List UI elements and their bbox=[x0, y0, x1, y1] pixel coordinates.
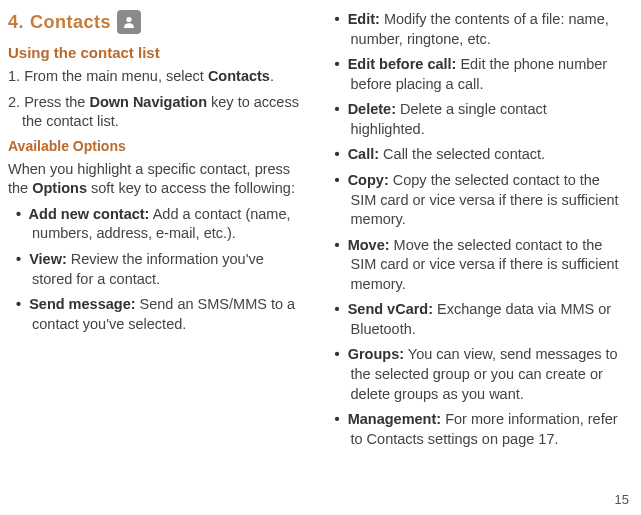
bullet-call: • Call: Call the selected contact. bbox=[327, 145, 624, 165]
bullet-edit: • Edit: Modify the contents of a file: n… bbox=[327, 10, 624, 49]
step-text-pre: From the main menu, select bbox=[24, 68, 208, 84]
intro-paragraph: When you highlight a specific contact, p… bbox=[8, 160, 305, 199]
page-number: 15 bbox=[615, 492, 629, 507]
bullet-label: Delete: bbox=[348, 101, 396, 117]
bullet-label: Copy: bbox=[348, 172, 389, 188]
bullet-edit-before-call: • Edit before call: Edit the phone numbe… bbox=[327, 55, 624, 94]
bullet-icon: • bbox=[335, 346, 348, 362]
section-title: Contacts bbox=[30, 12, 111, 33]
bullet-text: Move the selected contact to the SIM car… bbox=[351, 237, 619, 292]
step-text-pre: Press the bbox=[24, 94, 89, 110]
bullet-groups: • Groups: You can view, send messages to… bbox=[327, 345, 624, 404]
bullet-icon: • bbox=[335, 146, 348, 162]
bullet-label: Add new contact: bbox=[29, 206, 150, 222]
bullet-label: Management: bbox=[348, 411, 441, 427]
svg-point-0 bbox=[126, 17, 131, 22]
step-text-bold: Contacts bbox=[208, 68, 270, 84]
bullet-delete: • Delete: Delete a single contact highli… bbox=[327, 100, 624, 139]
subheading-using-contact-list: Using the contact list bbox=[8, 44, 305, 61]
bullet-label: Send vCard: bbox=[348, 301, 433, 317]
bullet-icon: • bbox=[16, 296, 29, 312]
bullet-add-new-contact: • Add new contact: Add a contact (name, … bbox=[8, 205, 305, 244]
bullet-icon: • bbox=[335, 56, 348, 72]
bullet-send-message: • Send message: Send an SMS/MMS to a con… bbox=[8, 295, 305, 334]
bullet-view: • View: Review the information you've st… bbox=[8, 250, 305, 289]
step-text-post: . bbox=[270, 68, 274, 84]
section-heading: 4. Contacts bbox=[8, 10, 305, 34]
bullet-icon: • bbox=[335, 101, 348, 117]
bullet-label: Edit before call: bbox=[348, 56, 457, 72]
step-1: 1. From the main menu, select Contacts. bbox=[8, 67, 305, 87]
bullet-move: • Move: Move the selected contact to the… bbox=[327, 236, 624, 295]
bullet-copy: • Copy: Copy the selected contact to the… bbox=[327, 171, 624, 230]
step-2: 2. Press the Down Navigation key to acce… bbox=[8, 93, 305, 132]
bullet-label: Move: bbox=[348, 237, 390, 253]
contacts-icon bbox=[117, 10, 141, 34]
step-number: 2. bbox=[8, 94, 20, 110]
bullet-icon: • bbox=[335, 301, 348, 317]
step-number: 1. bbox=[8, 68, 20, 84]
bullet-label: Groups: bbox=[348, 346, 404, 362]
bullet-text: Modify the contents of a file: name, num… bbox=[351, 11, 609, 47]
bullet-icon: • bbox=[335, 172, 348, 188]
two-column-layout: 4. Contacts Using the contact list 1. Fr… bbox=[8, 10, 623, 455]
left-column: 4. Contacts Using the contact list 1. Fr… bbox=[8, 10, 305, 455]
bullet-management: • Management: For more information, refe… bbox=[327, 410, 624, 449]
bullet-icon: • bbox=[335, 237, 348, 253]
bullet-text: Call the selected contact. bbox=[379, 146, 545, 162]
bullet-icon: • bbox=[16, 251, 29, 267]
intro-bold: Options bbox=[32, 180, 87, 196]
step-text-bold: Down Navigation bbox=[89, 94, 207, 110]
bullet-text: Copy the selected contact to the SIM car… bbox=[351, 172, 619, 227]
bullet-icon: • bbox=[335, 11, 348, 27]
bullet-send-vcard: • Send vCard: Exchange data via MMS or B… bbox=[327, 300, 624, 339]
bullet-label: Call: bbox=[348, 146, 379, 162]
right-column: • Edit: Modify the contents of a file: n… bbox=[327, 10, 624, 455]
bullet-label: Send message: bbox=[29, 296, 135, 312]
bullet-icon: • bbox=[16, 206, 29, 222]
bullet-label: View: bbox=[29, 251, 67, 267]
available-options-heading: Available Options bbox=[8, 138, 305, 154]
bullet-text: Review the information you've stored for… bbox=[32, 251, 264, 287]
bullet-icon: • bbox=[335, 411, 348, 427]
bullet-label: Edit: bbox=[348, 11, 380, 27]
section-number: 4. bbox=[8, 12, 24, 33]
intro-post: soft key to access the following: bbox=[87, 180, 295, 196]
